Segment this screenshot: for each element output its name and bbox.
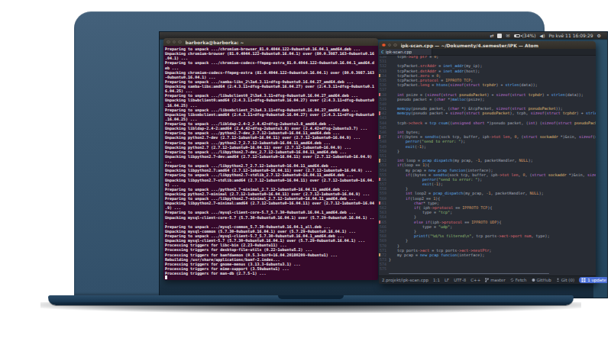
line-number: 575	[379, 266, 389, 271]
terminal-line: Preparing to unpack .../libpython2.7-dev…	[165, 150, 377, 154]
laptop-lid-notch	[278, 295, 344, 299]
terminal-line: Preparing to unpack .../python2.7-minima…	[165, 187, 377, 192]
git-diff-marker	[379, 201, 380, 205]
close-icon[interactable]	[382, 43, 386, 47]
git-diff-marker	[379, 178, 380, 182]
diff-icon	[556, 278, 560, 282]
status-cursor-position[interactable]: 1:1	[433, 278, 440, 282]
keyboard-layout-indicator[interactable]	[497, 34, 502, 38]
volume-icon[interactable]: ◀)	[540, 32, 545, 39]
git-diff-marker	[379, 111, 380, 115]
c-file-icon: C	[381, 50, 384, 54]
git-diff-marker	[379, 74, 380, 78]
atom-window-title: ipk-scan.cpp — ~/Dokumenty/4.semester/IP…	[401, 43, 538, 48]
atom-status-bar: 2.projekt/ipk-scan.cpp 1:1 LFUTF-8C++mas…	[379, 275, 596, 284]
code-line: 575	[379, 266, 596, 271]
terminal-line: Unpacking python2.7-dev (2.7.12-1ubuntu0…	[165, 135, 377, 140]
maximize-icon[interactable]	[393, 43, 397, 47]
status-1-update[interactable]: 1 update	[579, 277, 608, 283]
laptop-lid: ⇄ ✉ (34%) ◀) Po kvě 11 16:09:29 ⚙ barbor…	[74, 11, 545, 295]
terminal-line: Preparing to unpack .../libsmbclient_2%3…	[165, 108, 377, 112]
session-gear-icon[interactable]: ⚙	[597, 32, 601, 39]
status-c-[interactable]: C++	[470, 278, 480, 282]
laptop-shadow	[40, 302, 581, 313]
code-area: 530tcph->urg_ptr = 0;531532tcpPacket.src…	[379, 56, 596, 272]
terminal-line	[165, 275, 377, 280]
git-diff-marker	[379, 159, 380, 163]
terminal-line: Unpacking libpython2.7-dev:amd64 (2.7.12…	[165, 154, 377, 159]
clock[interactable]: Po kvě 11 16:09:29	[549, 32, 593, 39]
terminal-cursor	[165, 275, 167, 279]
status-item-label: master	[490, 278, 505, 282]
sync-icon	[510, 278, 514, 282]
status-master[interactable]: master	[485, 278, 505, 282]
laptop-screen: ⇄ ✉ (34%) ◀) Po kvě 11 16:09:29 ⚙ barbor…	[159, 31, 608, 298]
terminal-line: Preparing to unpack .../libpython2.7-std…	[165, 172, 377, 177]
terminal-line: Unpacking libwbclient0:amd64 (2:4.3.11+d…	[165, 98, 377, 102]
tab-label: ipk-scan.cpp	[386, 50, 412, 54]
status-item-label: GitHub	[537, 278, 551, 282]
branch-icon	[485, 278, 489, 282]
battery-indicator[interactable]: (34%)	[514, 32, 536, 39]
status-fetch[interactable]: Fetch	[510, 278, 527, 282]
status-item-label: 1 update	[587, 277, 606, 283]
status-lf[interactable]: LF	[445, 278, 449, 282]
close-icon[interactable]	[166, 40, 170, 44]
sync-icon[interactable]: ⇄	[490, 32, 493, 39]
status-git-0-[interactable]: Git (0)	[556, 278, 575, 282]
status-file-path[interactable]: 2.projekt/ipk-scan.cpp	[382, 278, 428, 282]
git-diff-marker	[379, 221, 380, 224]
terminal-line: Unpacking libpython2.7-minimal:amd64 (2.…	[165, 201, 377, 205]
status-item-label: Git (0)	[561, 278, 575, 282]
git-diff-marker	[379, 93, 380, 97]
terminal-line: Unpacking mysql-client-core-5.7 (5.7.30-…	[165, 215, 377, 220]
terminal-title: barborka@barborka: ~	[186, 40, 244, 45]
atom-window[interactable]: ipk-scan.cpp — ~/Dokumenty/4.semester/IP…	[379, 41, 596, 284]
terminal-output[interactable]: Preparing to unpack .../chromium-browser…	[163, 46, 378, 280]
atom-titlebar[interactable]: ipk-scan.cpp — ~/Dokumenty/4.semester/IP…	[379, 41, 596, 49]
package-icon	[581, 278, 586, 282]
status-item-label: Fetch	[516, 278, 527, 282]
terminal-line: Unpacking samba-libs:amd64 (2:4.3.11+dfs…	[165, 84, 377, 89]
github-icon	[532, 278, 535, 282]
horizontal-scrollbar[interactable]	[389, 273, 549, 275]
status-item-label: LF	[445, 278, 449, 282]
battery-percentage: (34%)	[522, 32, 536, 39]
terminal-line: Unpacking libpython2.7-stdlib:amd64 (2.7…	[165, 178, 377, 182]
terminal-line: Unpacking chromium-browser (81.0.4044.12…	[165, 51, 377, 56]
battery-icon	[514, 34, 520, 37]
git-diff-marker	[379, 135, 380, 139]
terminal-line: Preparing to unpack .../mysql-client-cor…	[165, 210, 377, 214]
status-utf-8[interactable]: UTF-8	[454, 278, 466, 282]
terminal-line: Unpacking libsmbclient:amd64 (2:4.3.11+d…	[165, 112, 377, 117]
mail-icon[interactable]: ✉	[506, 32, 509, 39]
terminal-titlebar[interactable]: barborka@barborka: ~	[163, 38, 378, 46]
code-editor[interactable]: 530tcph->urg_ptr = 0;531532tcpPacket.src…	[379, 56, 596, 275]
atom-tab-bar: C ipk-scan.cpp	[379, 49, 596, 56]
status-item-label: C++	[470, 278, 480, 282]
status-github[interactable]: GitHub	[532, 278, 551, 282]
git-diff-marker	[379, 253, 380, 257]
tab-ipk-scan[interactable]: C ipk-scan.cpp	[379, 49, 432, 55]
terminal-window[interactable]: barborka@barborka: ~ Preparing to unpack…	[163, 38, 378, 280]
terminal-line: Preparing to unpack .../chromium-codecs-…	[165, 60, 377, 65]
minimize-icon[interactable]	[388, 43, 392, 47]
terminal-line: Unpacking python2.7 (2.7.12-1ubuntu0~16.…	[165, 145, 377, 150]
status-item-label: UTF-8	[454, 278, 466, 282]
maximize-icon[interactable]	[178, 40, 182, 44]
terminal-line: Unpacking chromium-codecs-ffmpeg-extra (…	[165, 70, 377, 75]
minimize-icon[interactable]	[173, 40, 176, 44]
